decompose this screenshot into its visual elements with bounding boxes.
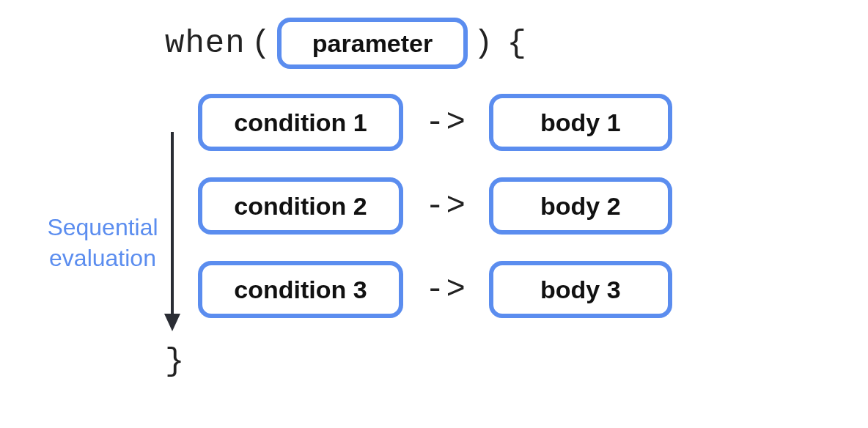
condition-pill: condition 2 [198,177,403,235]
open-paren: ( [251,25,271,62]
open-brace: { [507,25,526,62]
body-pill: body 3 [489,261,672,318]
body-pill: body 2 [489,177,672,235]
when-diagram: when ( parameter ) { condition 1 -> body… [29,15,836,380]
close-brace: } [165,343,185,380]
condition-pill: condition 3 [198,261,403,318]
down-arrow-icon [161,129,183,331]
arrow-symbol: -> [425,104,467,141]
condition-pill: condition 1 [198,94,403,151]
arrow-symbol: -> [425,188,467,224]
branch-row: condition 2 -> body 2 [198,173,836,239]
header-line: when ( parameter ) { [165,15,836,72]
body-pill: body 1 [489,94,672,151]
close-paren: ) [474,25,493,62]
svg-marker-1 [164,314,180,331]
arrow-symbol: -> [425,271,467,308]
branch-row: condition 1 -> body 1 [198,89,836,155]
close-brace-line: } [165,343,836,380]
sequential-evaluation-label: Sequential evaluation [29,213,176,273]
keyword-when: when [165,25,246,62]
branch-row: condition 3 -> body 3 [198,257,836,322]
parameter-pill: parameter [277,18,468,69]
